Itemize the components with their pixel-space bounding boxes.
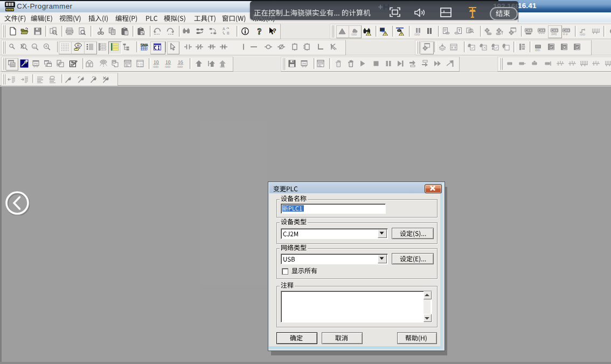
svg-text:(0/0): (0/0): [177, 65, 183, 68]
svg-text:(0/0): (0/0): [351, 33, 357, 36]
svg-text:SMA: SMA: [140, 43, 148, 47]
svg-text:(0/0): (0/0): [220, 66, 225, 68]
svg-text:?: ?: [258, 27, 262, 36]
svg-text:H: H: [114, 61, 115, 64]
svg-text:W: W: [77, 44, 80, 47]
svg-text:(0/0): (0/0): [535, 49, 540, 52]
svg-text:(0/0): (0/0): [580, 33, 586, 36]
svg-text:(0/0): (0/0): [551, 32, 557, 36]
svg-text:(0/0): (0/0): [153, 65, 159, 68]
svg-text:0.02: 0.02: [137, 65, 143, 67]
svg-text:B: B: [227, 31, 230, 35]
svg-text:(0/0): (0/0): [414, 33, 420, 36]
svg-text:CT: CT: [398, 30, 400, 32]
svg-text:?: ?: [273, 27, 276, 34]
svg-text:(0/0): (0/0): [165, 65, 171, 68]
svg-text:d:-p: d:-p: [563, 32, 568, 36]
svg-text:A: A: [223, 27, 225, 31]
